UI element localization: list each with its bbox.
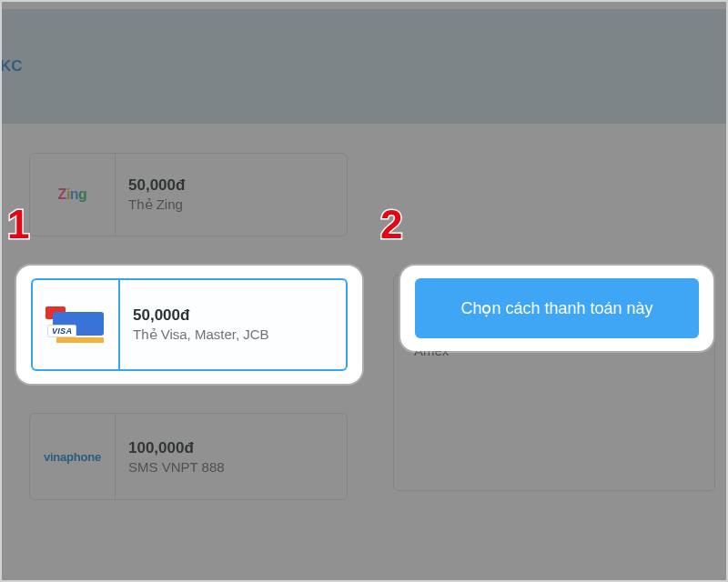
payment-option-zing[interactable]: Zing 50,000đ Thẻ Zing [29, 153, 348, 236]
visa-label: Thẻ Visa, Master, JCB [133, 326, 269, 343]
step-number-2: 2 [380, 202, 402, 247]
payment-option-visa[interactable]: VISA 50,000đ Thẻ Visa, Master, JCB [31, 278, 348, 371]
header-band: KC [0, 9, 728, 124]
visa-price: 50,000đ [133, 306, 269, 325]
vnpt-price: 100,000đ [128, 439, 225, 457]
zing-logo: Zing [30, 154, 116, 236]
vinaphone-logo: vinaphone [30, 414, 116, 499]
choose-payment-button[interactable]: Chọn cách thanh toán này [415, 278, 699, 338]
zing-price: 50,000đ [128, 176, 185, 195]
vnpt-label: SMS VNPT 888 [128, 459, 225, 475]
step-number-1: 1 [7, 202, 29, 247]
zing-label: Thẻ Zing [128, 196, 185, 213]
highlight-payment-option: VISA 50,000đ Thẻ Visa, Master, JCB [16, 266, 362, 384]
highlight-choose-button: Chọn cách thanh toán này [400, 266, 713, 351]
header-code: KC [0, 57, 23, 75]
payment-option-vnpt[interactable]: vinaphone 100,000đ SMS VNPT 888 [29, 413, 348, 500]
visa-card-icon: VISA [33, 280, 120, 369]
